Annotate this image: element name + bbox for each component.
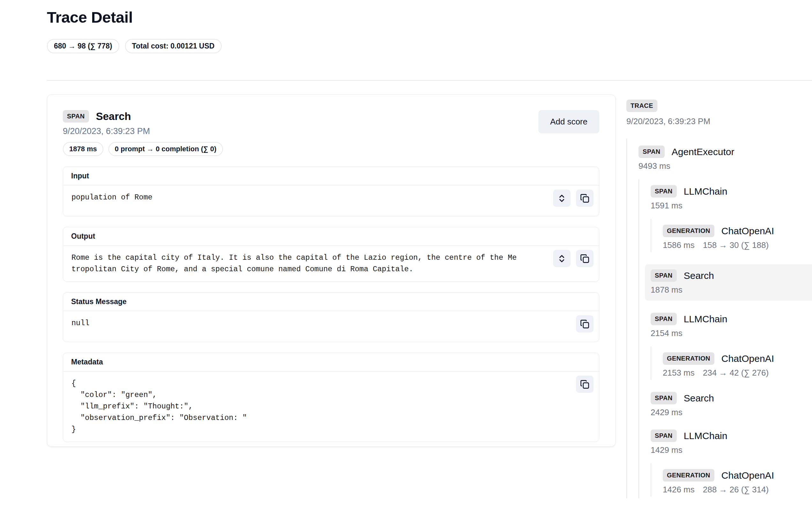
trace-children: SPAN AgentExecutor 9493 ms SPAN LLMChain…	[626, 139, 812, 499]
copy-icon	[580, 254, 590, 263]
tree-node-trace[interactable]: TRACE 9/20/2023, 6:39:23 PM	[626, 100, 812, 126]
add-score-button[interactable]: Add score	[538, 110, 599, 133]
node-duration: 1591 ms	[651, 201, 682, 211]
page-header: Trace Detail 680 → 98 (∑ 778) Total cost…	[47, 8, 799, 53]
trace-type-badge: TRACE	[626, 100, 657, 112]
status-message-content: null	[71, 317, 591, 329]
tree-node-llmchain-1[interactable]: SPAN LLMChain 1591 ms GENERATION ChatOpe…	[651, 185, 812, 252]
node-name: ChatOpenAI	[722, 353, 774, 364]
tree-node-chatopenai-3[interactable]: GENERATION ChatOpenAI 1426 ms 288 → 26 (…	[663, 469, 812, 494]
observation-type-badge: SPAN	[651, 392, 677, 404]
status-copy-button[interactable]	[576, 315, 594, 332]
copy-icon	[580, 319, 590, 329]
observation-type-badge: GENERATION	[663, 469, 714, 482]
metadata-body: { "color": "green", "llm_prefix": "Thoug…	[63, 371, 599, 442]
node-name: ChatOpenAI	[722, 226, 774, 236]
tree-node-chatopenai-2[interactable]: GENERATION ChatOpenAI 2153 ms 234 → 42 (…	[663, 352, 812, 378]
node-duration: 9493 ms	[638, 161, 670, 171]
node-name: Search	[684, 270, 714, 281]
output-section: Output Rome is the capital city of Italy…	[63, 227, 599, 282]
input-section-label: Input	[63, 167, 599, 185]
observation-type-badge: SPAN	[638, 145, 665, 158]
observation-type-badge: SPAN	[651, 185, 677, 198]
status-message-section: Status Message null	[63, 292, 599, 342]
copy-icon	[580, 380, 590, 389]
tree-node-agentexecutor[interactable]: SPAN AgentExecutor 9493 ms SPAN LLMChain…	[638, 145, 812, 499]
metadata-content: { "color": "green", "llm_prefix": "Thoug…	[71, 378, 591, 435]
trace-total-cost-badge: Total cost: 0.00121 USD	[125, 39, 222, 53]
tree-node-search-2[interactable]: SPAN Search 2429 ms	[651, 392, 812, 417]
node-name: LLMChain	[684, 186, 727, 197]
llmchain-2-children: GENERATION ChatOpenAI 2153 ms 234 → 42 (…	[651, 347, 812, 380]
llmchain-3-children: GENERATION ChatOpenAI 1426 ms 288 → 26 (…	[651, 463, 812, 497]
span-type-badge: SPAN	[63, 110, 89, 123]
status-message-label: Status Message	[63, 292, 599, 311]
trace-timestamp: 9/20/2023, 6:39:23 PM	[626, 116, 812, 126]
output-content: Rome is the capital city of Italy. It is…	[71, 252, 560, 275]
node-duration: 2429 ms	[651, 407, 682, 417]
trace-detail-page: Trace Detail 680 → 98 (∑ 778) Total cost…	[0, 0, 812, 531]
node-name: ChatOpenAI	[722, 470, 774, 481]
metadata-section: Metadata { "color": "green", "llm_prefix…	[63, 353, 599, 442]
node-name: LLMChain	[684, 430, 727, 441]
node-token-usage: 288 → 26 (∑ 314)	[703, 485, 769, 494]
input-expand-button[interactable]	[553, 189, 570, 207]
node-duration: 2153 ms	[663, 368, 695, 378]
copy-icon	[580, 194, 590, 203]
header-divider	[47, 80, 812, 81]
tree-node-search-1-selected[interactable]: SPAN Search 1878 ms	[645, 264, 812, 301]
input-content: population of Rome	[71, 192, 591, 203]
status-message-body: null	[63, 311, 599, 342]
page-title: Trace Detail	[47, 8, 799, 26]
output-section-label: Output	[63, 227, 599, 246]
output-expand-button[interactable]	[553, 250, 570, 267]
node-duration: 2154 ms	[651, 328, 682, 338]
input-section: Input population of Rome	[63, 167, 599, 216]
observation-type-badge: SPAN	[651, 269, 677, 282]
metadata-label: Metadata	[63, 353, 599, 371]
node-duration: 1429 ms	[651, 445, 682, 455]
trace-summary-badges: 680 → 98 (∑ 778) Total cost: 0.00121 USD	[47, 39, 799, 53]
tree-node-llmchain-3[interactable]: SPAN LLMChain 1429 ms GENERATION ChatOpe…	[651, 430, 812, 497]
span-detail-card: SPAN Search 9/20/2023, 6:39:23 PM 1878 m…	[47, 95, 615, 447]
agentexecutor-children: SPAN LLMChain 1591 ms GENERATION ChatOpe…	[638, 180, 812, 499]
input-section-body: population of Rome	[63, 185, 599, 216]
span-card-header-left: SPAN Search 9/20/2023, 6:39:23 PM 1878 m…	[63, 110, 223, 156]
span-card-header: SPAN Search 9/20/2023, 6:39:23 PM 1878 m…	[63, 110, 599, 156]
trace-token-usage-badge: 680 → 98 (∑ 778)	[47, 39, 119, 53]
span-duration-badge: 1878 ms	[63, 142, 103, 156]
span-token-usage-badge: 0 prompt → 0 completion (∑ 0)	[108, 142, 223, 156]
observation-type-badge: GENERATION	[663, 225, 714, 237]
node-duration: 1878 ms	[651, 285, 682, 295]
observation-type-badge: SPAN	[651, 313, 677, 325]
llmchain-1-children: GENERATION ChatOpenAI 1586 ms 158 → 30 (…	[651, 219, 812, 252]
tree-node-chatopenai-1[interactable]: GENERATION ChatOpenAI 1586 ms 158 → 30 (…	[663, 225, 812, 250]
observation-type-badge: SPAN	[651, 430, 677, 442]
node-duration: 1586 ms	[663, 240, 695, 250]
span-title: Search	[96, 111, 131, 123]
metadata-copy-button[interactable]	[576, 376, 594, 393]
span-timestamp: 9/20/2023, 6:39:23 PM	[63, 126, 223, 136]
chevrons-up-down-icon	[557, 254, 566, 263]
node-duration: 1426 ms	[663, 485, 695, 494]
output-copy-button[interactable]	[576, 250, 594, 267]
observation-type-badge: GENERATION	[663, 352, 714, 365]
node-name: LLMChain	[684, 314, 727, 325]
node-name: AgentExecutor	[672, 146, 735, 157]
chevrons-up-down-icon	[557, 194, 566, 203]
input-copy-button[interactable]	[576, 189, 594, 207]
node-token-usage: 234 → 42 (∑ 276)	[703, 368, 769, 378]
node-name: Search	[684, 393, 714, 404]
tree-node-llmchain-2[interactable]: SPAN LLMChain 2154 ms GENERATION ChatOpe…	[651, 313, 812, 380]
node-token-usage: 158 → 30 (∑ 188)	[703, 240, 769, 250]
trace-tree-sidebar: TRACE 9/20/2023, 6:39:23 PM SPAN AgentEx…	[626, 100, 812, 531]
output-section-body: Rome is the capital city of Italy. It is…	[63, 246, 599, 282]
